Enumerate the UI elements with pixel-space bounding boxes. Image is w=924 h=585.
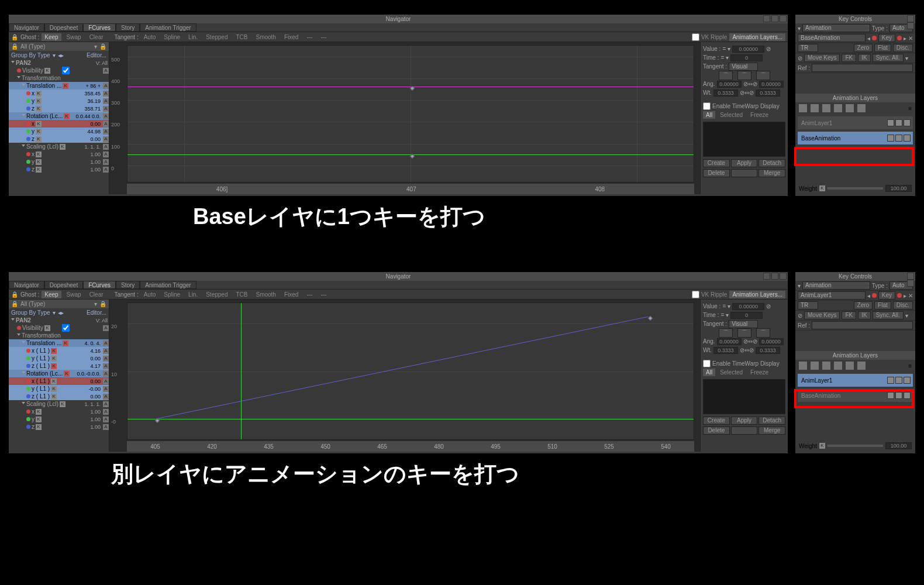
animation-layers-button[interactable]: Animation Layers... [729,291,785,298]
sx-row[interactable]: xK1.00A [9,408,109,415]
sy-row[interactable]: yK1.00A [9,158,109,166]
ghost-swap-button[interactable]: Swap [64,291,84,298]
tree-root[interactable]: PAN2 V: All [9,59,109,67]
tri-icon[interactable] [22,341,25,345]
animation-dropdown[interactable]: Animation [802,24,870,32]
chevron-down-icon[interactable]: ▾ [905,55,908,61]
detach-button[interactable]: Detach [758,159,785,167]
chevron-down-icon[interactable]: ▾ [94,301,97,307]
link-icon[interactable]: ⊘⇔⊘ [740,90,754,96]
tri-icon[interactable] [11,318,15,322]
tangent-in-button[interactable]: --- [304,33,315,41]
ry-row[interactable]: yK44.98A [9,128,109,135]
merge-layer-icon[interactable] [834,104,842,112]
next-key-icon[interactable]: ▸ [904,292,906,299]
transformation-row[interactable]: Transformation [9,74,109,82]
value-input[interactable] [732,303,764,310]
tab-animation-trigger[interactable]: Animation Trigger [140,23,196,32]
group-by-label[interactable]: Group By Type [11,52,50,58]
time-input[interactable] [730,54,763,61]
a-icon[interactable]: A [103,371,109,377]
curve-diagonal[interactable] [127,303,694,439]
vk-ripple-checkbox[interactable] [692,33,699,41]
duplicate-layer-icon[interactable] [822,362,830,370]
tri-icon[interactable] [17,76,20,80]
ry-row[interactable]: y ( L1 )K-0.00A [9,385,109,393]
lock-icon[interactable]: 🔒 [11,34,18,40]
tangent-smooth-button[interactable]: Smooth [253,291,278,298]
tangent-tcb-button[interactable]: TCB [233,291,250,298]
delete-key-icon[interactable]: ✕ [908,292,913,299]
lock-icon[interactable]: 🔒 [99,301,106,307]
tree-root[interactable]: PAN2V: All [9,316,109,324]
key-icon[interactable]: K [63,340,68,346]
merge-button[interactable]: Merge [758,426,785,435]
merge-layer-icon[interactable] [834,362,842,370]
key-button[interactable]: Key [878,291,895,300]
a-icon[interactable]: A [103,121,109,127]
a-icon[interactable]: A [103,83,109,89]
tab-fcurves[interactable]: FCurves [83,281,116,289]
key-icon[interactable]: K [51,363,57,369]
link-icon[interactable]: ⊘⇔⊘ [740,347,754,353]
angle1-input[interactable] [717,338,742,345]
maximize-button[interactable] [771,273,778,280]
tangent-out-button[interactable]: --- [318,291,329,298]
ghost-clear-button[interactable]: Clear [87,33,106,41]
close-button[interactable] [780,15,787,22]
tangent-icon[interactable]: ⌒ [756,71,770,80]
delete-layer-icon[interactable] [811,104,819,112]
arrow-right-icon[interactable]: ▸ [61,52,64,58]
layer-dropdown[interactable]: AnimLayer1 [798,291,866,300]
key-icon[interactable]: K [64,113,70,119]
create-button[interactable]: Create [703,417,730,425]
visibility-row[interactable]: VisibilityKA [9,324,109,332]
a-icon[interactable]: A [103,348,109,354]
a-icon[interactable]: A [103,401,109,407]
vk-ripple-check[interactable]: VK Ripple [692,33,727,41]
angle2-input[interactable] [759,338,784,345]
sy-row[interactable]: yK1.00A [9,415,109,423]
anim-layer-item-base[interactable]: BaseAnimation [798,389,913,402]
key-icon[interactable]: K [36,98,42,104]
tab-animation-trigger[interactable]: Animation Trigger [140,281,196,289]
key-icon[interactable]: K [51,348,57,354]
fcurve-graph[interactable]: 500 400 300 200 100 0 406] 407 408 [109,42,700,194]
key-icon[interactable]: K [36,129,42,135]
a-icon[interactable]: A [103,363,109,369]
wt2-input[interactable] [756,347,780,354]
visibility-row[interactable]: Visibility K A [9,67,109,74]
layer-down-icon[interactable] [857,104,866,112]
zero-button[interactable]: Zero [854,301,873,309]
record-icon[interactable] [872,36,877,40]
layer-down-icon[interactable] [857,362,866,370]
weight-slider[interactable] [828,445,883,447]
a-icon[interactable]: A [103,113,109,119]
key-icon[interactable]: K [51,386,57,392]
apply-button[interactable]: Apply [731,417,758,425]
key-icon[interactable]: K [64,371,70,377]
wt1-input[interactable] [713,347,738,354]
chevron-down-icon[interactable]: ▾ [798,283,801,289]
ik-button[interactable]: IK [858,311,870,319]
tz-row[interactable]: z ( L1 )K4.17A [9,362,109,370]
animation-layers-button[interactable]: Animation Layers... [729,33,785,41]
ghost-swap-button[interactable]: Swap [64,33,84,41]
ik-button[interactable]: IK [858,54,870,62]
solo-icon[interactable] [904,135,911,142]
anim-layer-item-base[interactable]: BaseAnimation [798,132,913,144]
graph-canvas[interactable]: 20 10 -0 [127,302,694,440]
null-icon[interactable]: ⊘ [766,46,771,52]
a-icon[interactable]: A [103,417,109,422]
key-icon[interactable]: K [36,136,42,142]
record-icon[interactable] [897,293,902,298]
tx-row[interactable]: x ( L1 )K4.16A [9,347,109,355]
sync-button[interactable]: Sync. All. [873,311,904,319]
rx-row[interactable]: x ( L1 )K0.00A [9,377,109,385]
weight-input[interactable] [885,185,912,192]
tx-row[interactable]: xK358.45A [9,90,109,97]
new-layer-icon[interactable] [799,362,807,370]
filter-dropdown[interactable]: All (Type) [20,43,94,50]
tab-dopesheet[interactable]: Dopesheet [44,281,83,289]
chevron-down-icon[interactable]: ▾ [798,25,801,32]
